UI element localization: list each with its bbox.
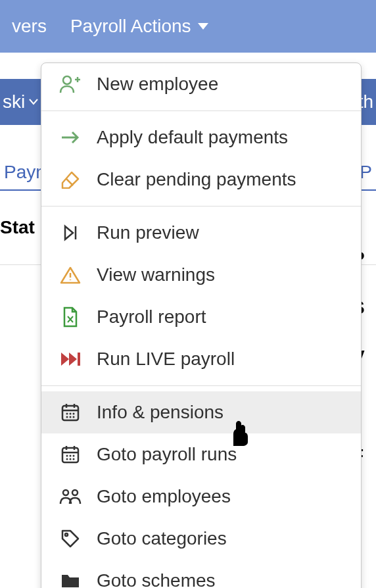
menu-run-preview[interactable]: Run preview [41,212,361,254]
breadcrumb-label: ski [3,91,25,112]
svg-point-10 [66,455,68,457]
svg-point-13 [66,458,68,460]
menu-label: View warnings [97,264,215,285]
chevron-down-icon [29,99,38,105]
menu-label: Info & pensions [97,402,223,423]
menu-label: Payroll Actions [70,16,191,37]
top-menubar: vers Payroll Actions [0,0,376,53]
svg-point-11 [70,455,72,457]
menu-apply-default-payments[interactable]: Apply default payments [41,116,361,159]
excel-file-icon [59,305,82,329]
svg-point-18 [65,533,68,536]
svg-point-12 [73,455,75,457]
skip-forward-icon [59,221,82,245]
eraser-icon [59,168,82,191]
user-plus-icon [59,72,82,96]
warning-triangle-icon [59,263,82,287]
tag-icon [59,527,82,551]
svg-point-14 [70,458,72,460]
svg-point-0 [63,76,71,84]
menu-item-payroll-actions[interactable]: Payroll Actions [59,16,220,37]
menu-divider [41,385,361,386]
menu-label: vers [12,16,47,37]
menu-divider [41,110,361,111]
menu-info-pensions[interactable]: Info & pensions [41,391,361,433]
svg-point-3 [66,413,68,415]
fast-forward-icon [59,347,82,371]
menu-run-live-payroll[interactable]: Run LIVE payroll [41,338,361,380]
svg-point-16 [63,490,68,495]
menu-label: New employee [97,74,218,95]
menu-label: Clear pending payments [97,169,296,190]
menu-goto-categories[interactable]: Goto categories [41,518,361,560]
svg-point-5 [73,413,75,415]
menu-new-employee[interactable]: New employee [41,63,361,105]
users-icon [59,485,82,508]
menu-label: Goto schemes [97,570,216,588]
menu-label: Run preview [97,222,199,243]
menu-goto-payroll-runs[interactable]: Goto payroll runs [41,433,361,476]
menu-clear-pending-payments[interactable]: Clear pending payments [41,159,361,201]
svg-point-17 [72,490,78,495]
menu-item-vers[interactable]: vers [0,16,59,37]
menu-label: Run LIVE payroll [97,349,235,370]
svg-point-6 [66,416,68,418]
folder-icon [59,569,82,588]
menu-label: Payroll report [97,306,206,328]
menu-payroll-report[interactable]: Payroll report [41,296,361,338]
calendar-icon [59,401,82,424]
menu-label: Apply default payments [97,127,288,148]
menu-view-warnings[interactable]: View warnings [41,254,361,296]
menu-divider [41,206,361,207]
calendar-icon [59,443,82,466]
svg-point-7 [70,416,72,418]
svg-point-8 [73,416,75,418]
svg-rect-1 [78,353,80,366]
payroll-actions-dropdown: New employee Apply default payments Clea… [41,62,362,588]
chevron-down-icon [198,23,208,30]
menu-label: Goto employees [97,486,231,507]
svg-point-4 [70,413,72,415]
menu-goto-schemes[interactable]: Goto schemes [41,560,361,588]
menu-label: Goto payroll runs [97,444,237,465]
svg-point-15 [73,458,75,460]
menu-label: Goto categories [97,528,227,549]
menu-goto-employees[interactable]: Goto employees [41,476,361,518]
arrow-right-icon [59,126,82,149]
